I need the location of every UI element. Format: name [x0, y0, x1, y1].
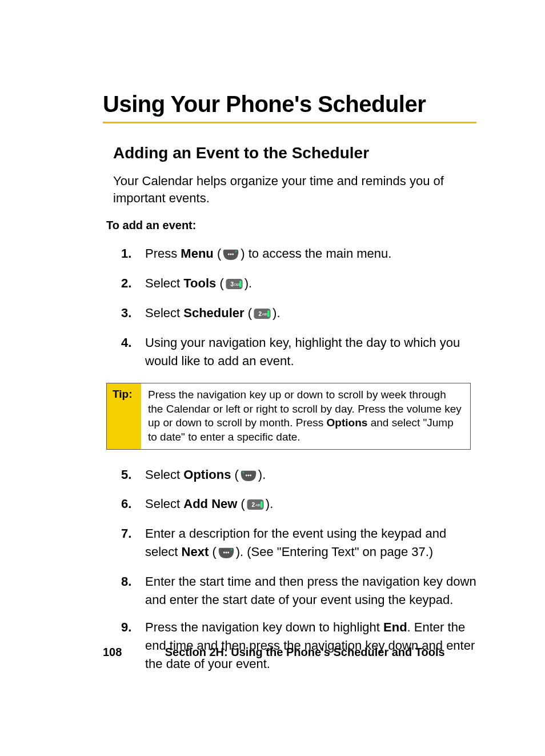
- step-5: 5. Select Options ().: [121, 466, 476, 486]
- footer-title: Section 2H: Using the Phone's Scheduler …: [65, 646, 545, 659]
- step-6: 6. Select Add New ().: [121, 495, 476, 515]
- step-7: 7. Enter a description for the event usi…: [121, 525, 476, 563]
- lead-in: To add an event:: [106, 219, 476, 232]
- section-title: Adding an Event to the Scheduler: [113, 144, 476, 162]
- step-body: Enter a description for the event using …: [145, 525, 476, 563]
- step-body: Enter the start time and then press the …: [145, 573, 476, 609]
- step-number: 4.: [121, 334, 145, 370]
- page-footer: 108 Section 2H: Using the Phone's Schedu…: [0, 646, 545, 659]
- step-number: 5.: [121, 466, 145, 486]
- step-number: 6.: [121, 495, 145, 515]
- step-number: 3.: [121, 304, 145, 325]
- steps-list-a: 1. Press Menu () to access the main menu…: [121, 245, 476, 370]
- options-key-icon: [240, 468, 257, 486]
- menu-key-icon: [218, 545, 235, 563]
- 2-key-icon: [253, 306, 271, 325]
- intro-paragraph: Your Calendar helps organize your time a…: [113, 173, 476, 206]
- step-1: 1. Press Menu () to access the main menu…: [121, 245, 476, 265]
- step-body: Using your navigation key, highlight the…: [145, 334, 476, 370]
- tip-label: Tip:: [107, 383, 141, 449]
- step-3: 3. Select Scheduler ().: [121, 304, 476, 325]
- step-body: Select Scheduler ().: [145, 304, 476, 325]
- step-number: 7.: [121, 525, 145, 563]
- step-4: 4. Using your navigation key, highlight …: [121, 334, 476, 370]
- step-body: Select Tools ().: [145, 274, 476, 295]
- step-body: Select Options ().: [145, 466, 476, 486]
- page-title: Using Your Phone's Scheduler: [103, 91, 476, 123]
- step-8: 8. Enter the start time and then press t…: [121, 573, 476, 609]
- step-number: 1.: [121, 245, 145, 265]
- step-body: Select Add New ().: [145, 495, 476, 515]
- document-page: Using Your Phone's Scheduler Adding an E…: [0, 0, 545, 756]
- 3-key-icon: [225, 277, 243, 295]
- tip-box: Tip: Press the navigation key up or down…: [106, 383, 471, 450]
- 2-key-icon: [246, 497, 265, 515]
- step-number: 8.: [121, 573, 145, 609]
- tip-body: Press the navigation key up or down to s…: [141, 383, 470, 449]
- steps-list-b: 5. Select Options (). 6. Select Add New …: [121, 466, 476, 673]
- menu-key-icon: [222, 247, 239, 265]
- step-body: Press Menu () to access the main menu.: [145, 245, 476, 265]
- step-number: 2.: [121, 274, 145, 295]
- step-2: 2. Select Tools ().: [121, 274, 476, 295]
